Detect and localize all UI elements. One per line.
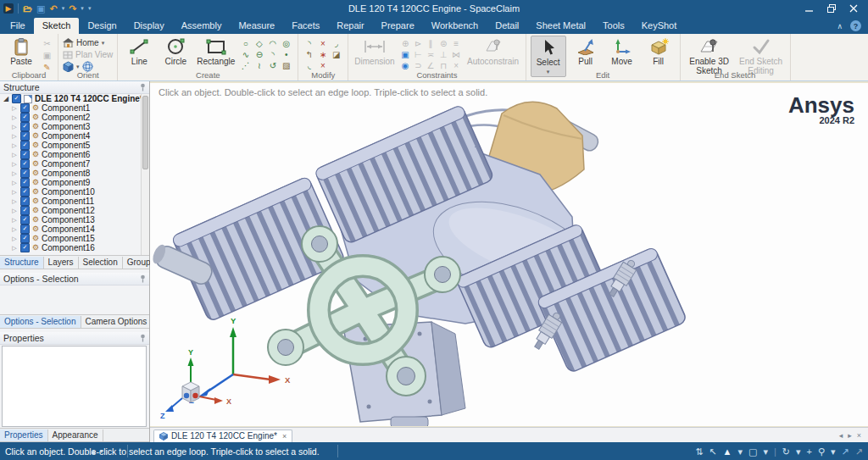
expand-icon[interactable]: ▷ <box>11 245 18 252</box>
zoom-in-icon[interactable]: ↗ <box>842 446 849 457</box>
engine-model-3d[interactable]: Y X Z Y X <box>150 83 868 430</box>
open-file-icon[interactable]: 🗁 <box>23 3 32 14</box>
value-spinner-icon[interactable]: ⇅ <box>695 446 703 457</box>
autoconstrain-button[interactable]: Autoconstrain <box>465 36 521 66</box>
copy-icon[interactable]: ▣ <box>41 50 53 61</box>
expand-icon[interactable]: ▷ <box>11 152 18 158</box>
move-button[interactable]: Move <box>605 36 639 66</box>
tree-item-component6[interactable]: ▷✓⚙Component6 <box>0 150 149 159</box>
select-cursor-dropdown-icon[interactable]: ▾ <box>737 446 743 457</box>
tree-item-component14[interactable]: ▷✓⚙Component14 <box>0 224 149 234</box>
visibility-checkbox[interactable]: ✓ <box>20 243 30 252</box>
tree-item-component7[interactable]: ▷✓⚙Component7 <box>0 159 149 169</box>
split-curve-tool-icon[interactable]: × <box>316 38 329 49</box>
expand-icon[interactable]: ▷ <box>11 208 18 214</box>
ribbon-tab-design[interactable]: Design <box>79 18 125 34</box>
next-document-icon[interactable]: ▸ <box>848 431 852 440</box>
tree-item-component11[interactable]: ▷✓⚙Component11 <box>0 197 149 206</box>
expand-icon[interactable]: ▷ <box>11 161 18 168</box>
notification-toggle[interactable]: ▲▾ <box>90 447 103 456</box>
constraint-align-icon[interactable]: ≍ <box>425 49 437 60</box>
tree-item-component10[interactable]: ▷✓⚙Component10 <box>0 187 149 197</box>
tree-item-component13[interactable]: ▷✓⚙Component13 <box>0 215 149 224</box>
constraint-grid-snap-icon[interactable]: ▣ <box>399 49 412 60</box>
visibility-checkbox[interactable]: ✓ <box>20 178 30 187</box>
view-cube-triad[interactable]: Y X Z <box>160 348 231 420</box>
expand-icon[interactable]: ▷ <box>11 236 18 242</box>
visibility-checkbox[interactable]: ✓ <box>20 197 30 206</box>
constraint-snap-icon[interactable]: ⊕ <box>399 38 412 49</box>
box-select-dropdown-icon[interactable]: ▾ <box>763 446 768 457</box>
tree-scrollbar[interactable] <box>141 94 149 255</box>
ribbon-tab-workbench[interactable]: Workbench <box>423 18 487 34</box>
undo-dropdown-icon[interactable]: ▾ <box>62 5 65 12</box>
constraint-equal-icon[interactable]: ≡ <box>450 38 463 49</box>
expand-icon[interactable]: ▷ <box>11 133 18 140</box>
expand-icon[interactable]: ▷ <box>11 170 18 177</box>
spin-view-icon[interactable]: ↻ <box>782 446 790 457</box>
expand-icon[interactable]: ▷ <box>11 105 18 112</box>
sketch-arc-tool-icon[interactable]: ◠ <box>266 38 279 49</box>
tab-layers[interactable]: Layers <box>44 257 79 269</box>
home-view-button[interactable]: Home▾ <box>63 37 113 48</box>
expand-icon[interactable]: ▷ <box>11 180 18 186</box>
sketch-tangent-arc-tool-icon[interactable]: ◝ <box>266 49 279 60</box>
spaceclaim-app-icon[interactable]: ▶ <box>3 3 14 14</box>
fill-button[interactable]: Fill <box>642 36 676 66</box>
tree-item-component15[interactable]: ▷✓⚙Component15 <box>0 234 149 243</box>
ribbon-tab-repair[interactable]: Repair <box>328 18 372 34</box>
trim-tool-icon[interactable]: ◝ <box>303 38 315 49</box>
zoom-out-icon[interactable]: ↗ <box>855 446 863 457</box>
pin-icon[interactable] <box>140 83 146 91</box>
fillet-tool-icon[interactable]: ◞ <box>330 38 342 49</box>
zoom-view-icon[interactable]: ⚲ <box>818 446 825 457</box>
tree-item-component5[interactable]: ▷✓⚙Component5 <box>0 141 149 150</box>
visibility-checkbox[interactable]: ✓ <box>20 103 30 113</box>
tree-item-component2[interactable]: ▷✓⚙Component2 <box>0 113 149 122</box>
close-document-icon[interactable]: × <box>282 432 287 441</box>
split-point-tool-icon[interactable]: ∗ <box>316 49 329 60</box>
visibility-checkbox[interactable]: ✓ <box>20 169 30 178</box>
tree-item-root[interactable]: ◢ ✓ DLE 120 T4 120CC Engine* <box>0 94 149 103</box>
box-select-icon[interactable]: ▢ <box>748 446 757 457</box>
constraint-concentric-icon[interactable]: ⊜ <box>437 38 450 49</box>
constraint-midpoint-icon[interactable]: ⊢ <box>412 49 425 60</box>
visibility-checkbox[interactable]: ✓ <box>20 234 30 243</box>
tab-selection[interactable]: Selection <box>79 257 123 269</box>
pin-icon[interactable] <box>140 334 146 342</box>
offset-tool-icon[interactable]: ◪ <box>330 49 342 60</box>
ribbon-tab-measure[interactable]: Measure <box>230 18 283 34</box>
tree-item-component4[interactable]: ▷✓⚙Component4 <box>0 131 149 141</box>
ribbon-tab-tools[interactable]: Tools <box>594 18 633 34</box>
spin-view-dropdown-icon[interactable]: ▾ <box>796 446 801 457</box>
save-icon[interactable]: ▣ <box>36 3 45 14</box>
tree-item-component8[interactable]: ▷✓⚙Component8 <box>0 169 149 178</box>
tab-appearance[interactable]: Appearance <box>48 430 103 441</box>
select-cursor-icon[interactable]: ▲ <box>723 446 732 457</box>
sketch-polygon-tool-icon[interactable]: ◇ <box>253 38 265 49</box>
help-icon[interactable]: ? <box>850 20 861 31</box>
end-sketch-editing-button[interactable]: End Sketch Editing <box>737 36 786 75</box>
tree-scrollbar-thumb[interactable] <box>142 96 148 169</box>
sketch-ellipse-tool-icon[interactable]: ⊖ <box>253 49 265 60</box>
collapse-ribbon-icon[interactable]: ∧ <box>837 22 843 30</box>
zoom-view-dropdown-icon[interactable]: ▾ <box>831 446 836 457</box>
previous-document-icon[interactable]: ◂ <box>839 431 843 440</box>
tree-item-component12[interactable]: ▷✓⚙Component12 <box>0 206 149 215</box>
tab-options-selection[interactable]: Options - Selection <box>0 316 81 328</box>
cube-dropdown-icon[interactable]: ▾ <box>76 64 80 70</box>
undo-icon[interactable]: ↶ <box>49 3 57 14</box>
ribbon-tab-facets[interactable]: Facets <box>283 18 328 34</box>
collapse-icon[interactable]: ◢ <box>3 95 9 103</box>
tree-item-component3[interactable]: ▷✓⚙Component3 <box>0 122 149 131</box>
document-tab[interactable]: DLE 120 T4 120CC Engine* × <box>153 430 292 442</box>
constraint-perpendicular-icon[interactable]: ⊥ <box>437 49 450 60</box>
return-to-selection-icon[interactable]: ↖ <box>709 446 716 457</box>
close-tab-strip-icon[interactable]: × <box>857 431 861 440</box>
visibility-checkbox[interactable]: ✓ <box>20 215 30 224</box>
visibility-checkbox[interactable]: ✓ <box>12 94 21 103</box>
sketch-point-tool-icon[interactable]: • <box>280 49 292 60</box>
redo-dropdown-icon[interactable]: ▾ <box>81 5 84 12</box>
sketch-spline-tool-icon[interactable]: ∿ <box>239 49 252 60</box>
line-button[interactable]: Line <box>122 36 156 66</box>
